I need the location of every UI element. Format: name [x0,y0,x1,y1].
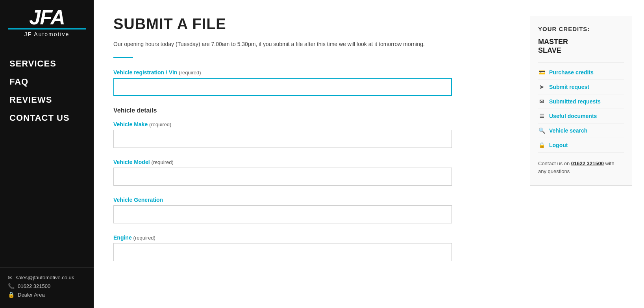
engine-label: Engine (required) [113,234,452,241]
nav-menu: SERVICES FAQ REVIEWS CONTACT US [0,55,94,267]
search-icon: 🔍 [538,127,545,134]
list-icon: ☰ [538,113,545,119]
footer-phone[interactable]: 01622 321500 [18,283,50,289]
vehicle-details-section: Vehicle details Vehicle Make (required) … [113,107,452,261]
vehicle-make-label: Vehicle Make (required) [113,121,452,127]
logo-subtitle: JF Automotive [24,31,70,37]
opening-hours-text: Our opening hours today (Tuesday) are 7.… [113,40,448,48]
main-content: SUBMIT A FILE Our opening hours today (T… [94,0,530,308]
vehicle-registration-field: Vehicle registration / Vin (required) [113,69,452,96]
credit-card-icon: 💳 [538,69,545,76]
footer-email-item: ✉ sales@jfautomotive.co.uk [8,274,86,280]
email-icon: ✉ [8,274,13,280]
footer-dealer-item: 🔒 Dealer Area [8,291,86,298]
submitted-requests-label: Submitted requests [549,98,601,105]
contact-phone-right[interactable]: 01622 321500 [571,160,604,166]
vehicle-make-field: Vehicle Make (required) [113,121,452,148]
vehicle-search-label: Vehicle search [549,127,587,134]
sidebar: JFA JF Automotive SERVICES FAQ REVIEWS C… [0,0,94,308]
purchase-credits-label: Purchase credits [549,69,594,76]
logo-area: JFA JF Automotive [0,0,94,43]
right-divider [538,63,624,63]
envelope-icon: ✉ [538,98,545,105]
vehicle-generation-label: Vehicle Generation [113,197,452,203]
useful-documents-label: Useful documents [549,113,597,119]
vehicle-model-label: Vehicle Model (required) [113,159,452,165]
logout-lock-icon: 🔒 [538,142,545,148]
credits-master: MASTER [538,38,624,46]
sidebar-item-reviews[interactable]: REVIEWS [0,91,94,109]
sidebar-item-contact[interactable]: CONTACT US [0,109,94,127]
blue-divider [113,57,133,58]
contact-text: Contact us on [538,160,571,166]
send-icon: ➤ [538,84,545,90]
right-menu-submit-request[interactable]: ➤ Submit request [538,80,624,94]
vehicle-registration-label: Vehicle registration / Vin (required) [113,69,452,76]
vehicle-make-input[interactable] [113,130,452,148]
right-menu-submitted-requests[interactable]: ✉ Submitted requests [538,94,624,109]
phone-icon: 📞 [8,283,15,289]
credits-title: YOUR CREDITS: [538,26,624,32]
page-title: SUBMIT A FILE [113,16,510,33]
contact-info-right: Contact us on 01622 321500 with any ques… [538,160,624,176]
right-menu-purchase-credits[interactable]: 💳 Purchase credits [538,65,624,80]
sidebar-item-faq[interactable]: FAQ [0,73,94,91]
logout-label: Logout [549,142,568,148]
right-menu-useful-documents[interactable]: ☰ Useful documents [538,109,624,124]
right-menu-vehicle-search[interactable]: 🔍 Vehicle search [538,124,624,138]
sidebar-footer: ✉ sales@jfautomotive.co.uk 📞 01622 32150… [0,267,94,308]
engine-field: Engine (required) [113,234,452,261]
footer-dealer[interactable]: Dealer Area [18,292,45,298]
vehicle-generation-field: Vehicle Generation [113,197,452,223]
vehicle-model-input[interactable] [113,168,452,186]
right-panel: YOUR CREDITS: MASTER SLAVE 💳 Purchase cr… [530,16,632,186]
credits-slave: SLAVE [538,46,624,55]
submit-request-label: Submit request [549,84,589,90]
logo-box: JFA JF Automotive [8,7,86,37]
logo-jfa[interactable]: JFA [29,7,64,28]
sidebar-item-services[interactable]: SERVICES [0,55,94,73]
logo-underline [8,28,86,30]
lock-icon: 🔒 [8,291,15,298]
vehicle-generation-input[interactable] [113,205,452,223]
vehicle-model-field: Vehicle Model (required) [113,159,452,186]
footer-email[interactable]: sales@jfautomotive.co.uk [16,275,74,280]
engine-input[interactable] [113,243,452,261]
vehicle-registration-input[interactable] [113,78,452,96]
vehicle-details-heading: Vehicle details [113,107,452,114]
footer-phone-item: 📞 01622 321500 [8,283,86,289]
right-menu-logout[interactable]: 🔒 Logout [538,138,624,153]
